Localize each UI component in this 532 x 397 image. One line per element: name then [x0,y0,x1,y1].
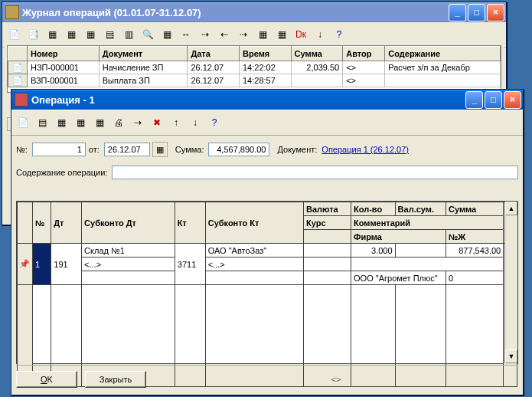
tb-icon[interactable]: ▦ [273,26,290,43]
tb-icon[interactable]: ⇢ [129,114,146,131]
row-icon: 📄 [8,74,28,87]
cell-sdt2: <...> [82,258,175,271]
tb-icon[interactable]: ▦ [63,26,80,43]
tb-icon[interactable]: 📄 [5,26,22,43]
tb-icon[interactable]: ▦ [91,114,108,131]
tb-icon[interactable]: 🖨 [110,114,127,131]
tb-icon[interactable]: ▦ [254,26,271,43]
tb-icon[interactable]: ⇠ [216,26,233,43]
tb-icon[interactable]: ↑ [168,114,184,131]
date-input[interactable] [104,143,150,156]
scroll-up-button[interactable]: ▲ [505,202,517,215]
app-icon [15,93,28,107]
maximize-button[interactable]: □ [468,4,485,21]
tb-icon[interactable]: 📄 [15,114,31,131]
minimize-button[interactable]: _ [465,91,483,109]
operation-title: Операция - 1 [31,94,95,106]
cell-skt2: <...> [205,258,303,271]
col-kom[interactable]: Комментарий [351,216,504,230]
button-bar: OOKK Закрыть <> [16,365,518,390]
document-link[interactable]: Операция 1 (26.12.07) [321,145,409,154]
cell-skt1: ОАО "АвтоЗаз" [205,244,303,258]
scroll-down-button[interactable]: ▼ [505,349,517,363]
entries-grid[interactable]: № Дт Субконто Дт Кт Субконто Кт Валюта К… [16,201,518,364]
label-document: Документ: [277,145,317,154]
tb-icon[interactable]: ⇢ [197,26,214,43]
status-indicator: <> [154,375,518,384]
help-icon[interactable]: ? [331,26,348,43]
tb-icon[interactable]: ▦ [72,114,89,131]
tb-icon[interactable]: ▦ [44,26,60,43]
col-author[interactable]: Автор [343,47,385,61]
tb-icon[interactable]: ▦ [158,26,175,43]
row-icon: 📄 [8,61,28,74]
col-dt[interactable]: Дт [51,202,82,244]
cell-dt: 191 [51,244,82,285]
cell-sum: 877,543.00 [446,244,503,258]
tb-icon[interactable]: ⇢ [235,26,252,43]
close-button[interactable]: × [487,4,504,21]
cell-n[interactable]: 1 [32,244,51,285]
col-kurs[interactable]: Курс [304,216,351,230]
col-sum[interactable]: Сумма [291,47,343,61]
journal-titlebar[interactable]: Журнал операций (01.01.07-31.12.07) _ □ … [2,2,506,22]
col-sdt[interactable]: Субконто Дт [82,202,175,244]
tb-icon[interactable]: 🔍 [139,26,156,43]
tb-icon[interactable]: ↓ [312,26,328,43]
operation-window: Операция - 1 _ □ × 📄 ▤ ▦ ▦ ▦ 🖨 ⇢ ✖ ↑ ↓ ?… [11,89,524,395]
col-kol[interactable]: Кол-во [351,202,396,216]
tb-icon[interactable]: ✖ [149,114,165,131]
content-input[interactable] [112,166,518,179]
col-document[interactable]: Документ [99,47,188,61]
col-date[interactable]: Дата [188,47,240,61]
table-row[interactable]: 📄 ВЗП-000001 Выплата ЗП 26.12.07 14:28:5… [8,74,501,87]
tb-icon[interactable]: ▦ [82,26,99,43]
vertical-scrollbar[interactable]: ▲ ▼ [504,202,517,363]
col-content[interactable]: Содержание [385,47,501,61]
col-vs[interactable]: Вал.сум. [395,202,446,216]
close-button[interactable]: × [504,91,521,109]
table-row[interactable]: <...> <...> [18,258,517,271]
tb-icon[interactable]: ▤ [34,114,51,131]
date-picker-button[interactable]: ▦ [152,142,168,157]
tb-icon[interactable]: ↓ [187,114,204,131]
tb-icon[interactable]: Dк [292,26,309,43]
tb-icon[interactable]: ▥ [120,26,137,43]
cell-firma: ООО "Агромет Плюс" [351,271,446,285]
cell-kt: 3711 [175,244,205,285]
minimize-button[interactable]: _ [449,4,466,21]
table-row[interactable]: ООО "Агромет Плюс" 0 [18,271,517,285]
ok-button[interactable]: OOKK [16,371,77,388]
col-number[interactable]: Номер [28,47,100,61]
col-time[interactable]: Время [240,47,292,61]
sum-input[interactable] [208,143,269,156]
label-sum: Сумма: [175,145,204,154]
help-icon[interactable]: ? [206,114,223,131]
col-kt[interactable]: Кт [175,202,205,244]
label-number: №: [16,145,28,154]
close-button[interactable]: Закрыть [85,371,146,388]
app-icon [5,5,19,19]
journal-title: Журнал операций (01.01.07-31.12.07) [22,7,201,18]
number-input[interactable] [32,143,86,156]
header-row: №: от: ▦ Сумма: Документ: Операция 1 (26… [11,136,523,163]
journal-grid[interactable]: Номер Документ Дата Время Сумма Автор Со… [7,45,501,93]
tb-icon[interactable]: 📑 [24,26,41,43]
col-n[interactable]: № [32,202,51,244]
label-from: от: [89,145,100,154]
col-sum[interactable]: Сумма [446,202,503,216]
col-nz[interactable]: №Ж [446,230,503,244]
maximize-button[interactable]: □ [485,91,502,109]
operation-titlebar[interactable]: Операция - 1 _ □ × [11,90,523,110]
col-firma[interactable]: Фирма [351,230,446,244]
content-row: Содержание операции: [11,163,523,182]
table-row[interactable]: 📌 1 191 Склад №1 3711 ОАО "АвтоЗаз" 3.00… [18,244,517,258]
tb-icon[interactable]: ▤ [101,26,118,43]
cell-kol: 3.000 [351,244,396,258]
tb-icon[interactable]: ▦ [53,114,70,131]
table-row[interactable]: 📄 НЗП-000001 Начисление ЗП 26.12.07 14:2… [8,61,501,74]
col-val[interactable]: Валюта [304,202,351,216]
label-content: Содержание операции: [16,168,107,177]
tb-icon[interactable]: ↔ [178,26,194,43]
col-skt[interactable]: Субконто Кт [205,202,303,244]
